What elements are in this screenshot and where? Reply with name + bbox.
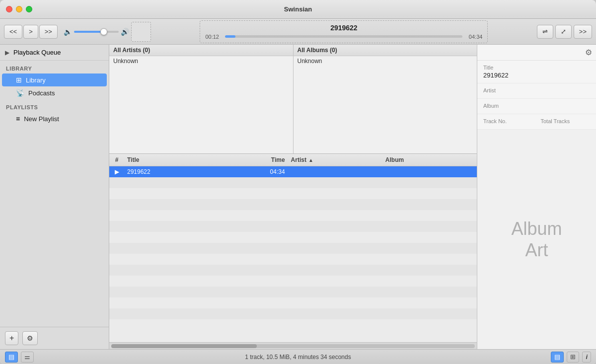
new-playlist-label: New Playlist — [24, 115, 59, 123]
grid-view-button[interactable]: ⊞ — [567, 352, 579, 363]
album-art-area: AlbumArt — [477, 130, 596, 349]
main-panel: All Artists (0) Unknown All Albums (0) U… — [109, 45, 477, 349]
add-playlist-button[interactable]: + — [5, 331, 18, 345]
current-time: 00:12 — [205, 34, 221, 40]
album-label: Album — [483, 103, 590, 109]
sidebar-item-library[interactable]: ⊞ Library — [2, 73, 107, 86]
col-header-album[interactable]: Album — [382, 155, 477, 164]
track-title-cell: 2919622 — [124, 167, 248, 176]
forward-button[interactable]: >> — [39, 25, 58, 39]
progress-bar-fill — [225, 35, 235, 38]
traffic-lights — [6, 6, 32, 12]
fullscreen-button[interactable] — [26, 6, 32, 12]
shuffle-button[interactable]: ⇌ — [537, 25, 553, 39]
artists-unknown-item[interactable]: Unknown — [109, 56, 293, 66]
column-view-button[interactable]: ▤ — [551, 352, 564, 363]
table-row — [109, 308, 477, 319]
volume-control: 🔈 🔊 — [64, 28, 129, 36]
table-row — [109, 265, 477, 276]
grid-view-icon: ⊞ — [570, 353, 576, 361]
app-container: << > >> 🔈 🔊 2919622 00:12 04:34 — [0, 19, 596, 364]
minimize-button[interactable] — [16, 6, 22, 12]
sidebar: ▶ Playback Queue LIBRARY ⊞ Library 📡 Pod… — [0, 45, 109, 349]
status-left: ▤ ⚌ — [5, 352, 34, 363]
info-panel-header: ⚙ — [477, 45, 596, 61]
scrollbar-thumb[interactable] — [111, 344, 257, 348]
track-list-area: # Title Time Artist ▲ Album ▶ 2919622 — [109, 154, 477, 349]
toolbar-right: ⇌ ⤢ >> — [537, 25, 592, 39]
podcasts-item-label: Podcasts — [28, 89, 55, 97]
artists-header: All Artists (0) — [109, 45, 293, 56]
back-button[interactable]: << — [4, 25, 22, 39]
trackno-label: Track No. — [483, 118, 533, 124]
library-section-label: LIBRARY — [0, 61, 109, 73]
podcasts-icon: 📡 — [16, 89, 24, 97]
titlebar: Swinsian — [0, 0, 596, 19]
table-row — [109, 210, 477, 221]
next-button[interactable]: > — [23, 25, 38, 39]
sort-arrow-icon: ▲ — [308, 157, 313, 163]
table-row[interactable]: ▶ 2919622 04:34 — [109, 166, 477, 177]
track-playing-icon: ▶ — [109, 167, 124, 176]
equalizer-button[interactable]: ⚌ — [21, 352, 34, 363]
col-header-num: # — [109, 155, 124, 164]
volume-low-icon: 🔈 — [64, 28, 72, 36]
albums-unknown-item[interactable]: Unknown — [294, 56, 477, 66]
albums-pane: All Albums (0) Unknown — [294, 45, 477, 153]
sidebar-item-new-playlist[interactable]: ≡ New Playlist — [2, 112, 107, 125]
nav-button-group: << > >> — [4, 25, 58, 39]
library-item-label: Library — [26, 76, 46, 84]
info-button[interactable]: i — [582, 352, 591, 363]
info-panel: ⚙ Title 2919622 Artist Album Track No. — [477, 45, 596, 349]
info-field-totaltracks: Total Tracks — [541, 118, 591, 125]
playback-queue-label: Playback Queue — [13, 49, 61, 56]
sidebar-settings-button[interactable]: ⚙ — [22, 331, 38, 345]
title-label: Title — [483, 65, 590, 71]
col-header-time[interactable]: Time — [248, 155, 288, 164]
table-row — [109, 232, 477, 243]
sidebar-item-podcasts[interactable]: 📡 Podcasts — [2, 86, 107, 99]
status-bar: ▤ ⚌ 1 track, 10.5 MiB, 4 minutes 34 seco… — [0, 349, 596, 364]
window-title: Swinsian — [284, 5, 312, 13]
info-field-title: Title 2919622 — [477, 61, 596, 83]
info-icon: i — [586, 353, 588, 361]
info-field-trackno: Track No. — [483, 118, 533, 125]
now-playing-title: 2919622 — [330, 24, 358, 32]
compact-button[interactable]: ⤢ — [555, 25, 572, 39]
scrollbar-track — [111, 344, 475, 348]
info-field-track-row: Track No. Total Tracks — [477, 114, 596, 130]
content-area: ▶ Playback Queue LIBRARY ⊞ Library 📡 Pod… — [0, 45, 596, 349]
track-album-cell — [382, 171, 477, 173]
list-view-icon: ▤ — [8, 353, 14, 361]
table-row — [109, 276, 477, 287]
info-panel-gear-button[interactable]: ⚙ — [585, 48, 592, 57]
artist-label: Artist — [483, 87, 590, 93]
browser-panes: All Artists (0) Unknown All Albums (0) U… — [109, 45, 477, 154]
sidebar-item-playback-queue[interactable]: ▶ Playback Queue — [0, 45, 109, 61]
column-view-icon: ▤ — [554, 353, 560, 361]
title-value: 2919622 — [483, 72, 590, 79]
status-text: 1 track, 10.5 MiB, 4 minutes 34 seconds — [245, 354, 351, 361]
list-view-button[interactable]: ▤ — [5, 352, 18, 363]
volume-slider[interactable] — [74, 31, 119, 33]
now-playing-area: 2919622 00:12 04:34 — [157, 20, 531, 43]
table-row — [109, 221, 477, 232]
playlist-icon: ≡ — [16, 115, 20, 123]
close-button[interactable] — [6, 6, 12, 12]
track-list-body: ▶ 2919622 04:34 — [109, 166, 477, 342]
track-list-header: # Title Time Artist ▲ Album — [109, 154, 477, 166]
sidebar-bottom: + ⚙ — [0, 327, 109, 349]
table-row — [109, 254, 477, 265]
info-field-artist: Artist — [477, 83, 596, 99]
horizontal-scrollbar[interactable] — [109, 342, 477, 349]
col-header-title[interactable]: Title — [124, 155, 248, 164]
progress-bar[interactable] — [225, 35, 462, 38]
more-button[interactable]: >> — [574, 25, 592, 39]
info-field-album: Album — [477, 99, 596, 114]
col-header-artist[interactable]: Artist ▲ — [288, 155, 382, 164]
albums-header: All Albums (0) — [294, 45, 477, 56]
volume-high-icon: 🔊 — [121, 28, 129, 36]
table-row — [109, 243, 477, 254]
track-artist-cell — [288, 171, 382, 173]
now-playing-box: 2919622 00:12 04:34 — [200, 20, 488, 43]
